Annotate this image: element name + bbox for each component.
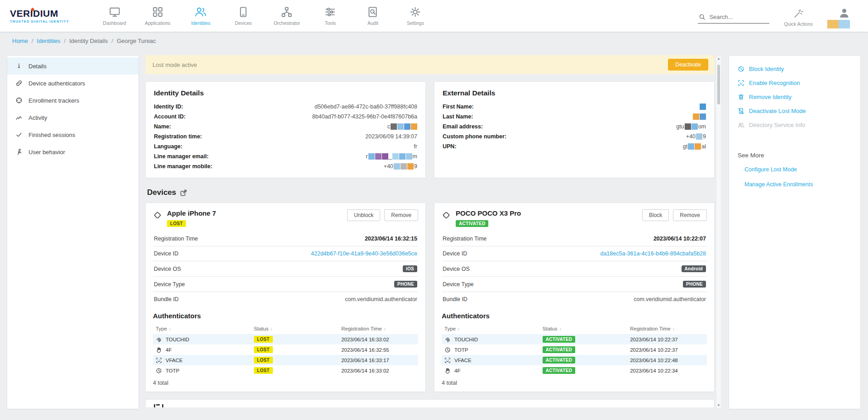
authenticator-type: TOUCHID [454, 337, 478, 342]
sidebar-item-details[interactable]: Details [7, 57, 138, 75]
authenticator-row: TOTPLOST2023/06/14 16:33:02 [153, 365, 418, 376]
redaction-block [407, 163, 414, 170]
device-name: Apple iPhone 7 [167, 209, 216, 217]
column-header-status[interactable]: Status [251, 323, 339, 334]
totp-clock-icon [444, 347, 451, 353]
total-count: 4 total [442, 380, 707, 386]
field-label: Device Type [443, 281, 474, 288]
totp-clock-icon [156, 368, 162, 374]
remove-device-button[interactable]: Remove [673, 209, 707, 221]
breadcrumb-identities[interactable]: Identities [37, 38, 60, 44]
nav-item-orchestrator[interactable]: Orchestrator [274, 0, 300, 32]
redaction-block [391, 123, 397, 130]
action-remove-identity[interactable]: Remove Identity [734, 90, 856, 104]
user-menu[interactable] [827, 7, 850, 28]
column-header-type[interactable]: Type [153, 323, 251, 334]
nav-item-audit[interactable]: Audit [361, 0, 385, 32]
scroll-thumb[interactable] [717, 65, 720, 104]
recognition-icon [738, 80, 744, 86]
detail-field-row: First Name: [443, 102, 706, 112]
block-icon [738, 66, 744, 72]
breadcrumb-separator: / [32, 38, 33, 44]
nav-item-applications[interactable]: Applications [145, 0, 171, 32]
field-label: Registration Time [154, 236, 198, 242]
device-id-link[interactable]: 422d4b67-f10e-41a9-9e40-3e56d036e5ce [311, 250, 417, 257]
settings-icon [409, 6, 421, 18]
main-nav: Dashboard Applications Identities Device… [102, 0, 428, 32]
status-badge: LOST [254, 357, 273, 363]
deactivate-lost-mode-button[interactable]: Deactivate [668, 59, 708, 71]
field-value [693, 113, 706, 120]
scroll-track[interactable] [716, 62, 721, 402]
authenticator-type: 4F [166, 347, 172, 353]
device-id-link[interactable]: da18ec5a-361a-4c16-b4b6-894cbafa5b28 [600, 250, 706, 257]
breadcrumb-home[interactable]: Home [12, 38, 28, 44]
block-device-button[interactable]: Block [642, 209, 669, 221]
authenticator-type: TOTP [166, 368, 179, 373]
redaction-block [382, 153, 388, 160]
scroll-up-arrow[interactable]: ▲ [717, 56, 720, 62]
field-value: d506ebd7-ae86-472c-ba60-37ff988fc408 [315, 104, 417, 110]
column-header-status[interactable]: Status [540, 323, 627, 334]
field-label: Language: [154, 143, 182, 150]
authenticators-table: Type Status Registration Time TOUCHIDACT… [442, 323, 707, 376]
sidebar-item-device-authenticators[interactable]: Device authenticators [7, 75, 138, 92]
action-deactivate-lost-mode[interactable]: Deactivate Lost Mode [734, 104, 856, 118]
expand-icon[interactable] [180, 189, 187, 196]
brand-logo[interactable]: VERIDIUM TRUSTED DIGITAL IDENTITY [10, 8, 79, 24]
nav-right-area: Quick Actions [698, 4, 850, 28]
action-directory-service-info[interactable]: Directory Service Info [734, 118, 856, 132]
nav-item-settings[interactable]: Settings [403, 0, 428, 32]
authenticator-time: 2023/06/14 16:32:55 [339, 344, 418, 355]
field-label: Registration time: [154, 133, 202, 140]
redaction-block [692, 123, 698, 130]
remove-device-button[interactable]: Remove [384, 209, 418, 221]
quick-actions-label: Quick Actions [784, 21, 813, 27]
nav-item-devices[interactable]: Devices [231, 0, 256, 32]
field-label: Line manager email: [154, 153, 209, 160]
detail-field-row: Language:fr [154, 142, 417, 151]
field-value-text: 2023/06/09 14:39:07 [365, 133, 417, 140]
devices-icon [237, 6, 249, 18]
applications-icon [152, 6, 164, 18]
authenticator-time: 2023/06/14 16:33:17 [339, 355, 418, 365]
tracker-icon [15, 97, 23, 104]
column-header-registration-time[interactable]: Registration Time [339, 323, 418, 334]
link-manage-active-enrollments[interactable]: Manage Active Enrollments [744, 181, 852, 188]
link-configure-lost-mode[interactable]: Configure Lost Mode [744, 166, 852, 173]
search-box[interactable] [698, 11, 769, 24]
field-label: Bundle ID [154, 296, 179, 302]
actions-sidebar: Block IdentityEnable RecognitionRemove I… [729, 55, 861, 409]
page-layout: DetailsDevice authenticatorsEnrollment t… [0, 50, 868, 420]
quick-actions-button[interactable]: Quick Actions [784, 8, 813, 27]
nav-item-dashboard[interactable]: Dashboard [102, 0, 127, 32]
field-label: Device OS [443, 266, 470, 272]
sidebar-item-user-behavior[interactable]: User behavior [7, 143, 138, 160]
unblock-device-button[interactable]: Unblock [347, 209, 380, 221]
action-block-identity[interactable]: Block Identity [734, 62, 856, 76]
hand-icon [444, 368, 451, 374]
column-header-type[interactable]: Type [442, 323, 540, 334]
column-header-registration-time[interactable]: Registration Time [627, 323, 707, 334]
nav-item-tools[interactable]: Tools [318, 0, 343, 32]
authenticator-time: 2023/06/14 10:22:37 [627, 344, 707, 355]
user-avatar-icon [839, 7, 850, 19]
sidebar-item-enrollment-trackers[interactable]: Enrollment trackers [7, 92, 138, 109]
nav-label: Applications [145, 20, 171, 26]
main-scrollbar[interactable]: ▲ ▼ [716, 55, 721, 409]
sidebar-item-activity[interactable]: Activity [7, 109, 138, 126]
search-input[interactable] [709, 14, 768, 20]
detail-field-row: Custom phone number:+409 [443, 132, 706, 142]
field-value-text: +40 [686, 133, 696, 140]
registration-time-value: 2023/06/14 16:32:15 [365, 236, 417, 242]
action-enable-recognition[interactable]: Enable Recognition [734, 76, 856, 90]
sidebar-item-finished-sessions[interactable]: Finished sessions [7, 126, 138, 143]
redaction-block [392, 153, 399, 160]
redaction-block [685, 123, 691, 130]
scroll-down-arrow[interactable]: ▼ [717, 402, 720, 409]
orchestrator-icon [281, 6, 293, 18]
field-label: Device ID [154, 250, 178, 257]
face-scan-icon [156, 357, 162, 363]
nav-item-identities[interactable]: Identities [189, 0, 213, 32]
authenticators-table: Type Status Registration Time TOUCHIDLOS… [153, 323, 418, 376]
